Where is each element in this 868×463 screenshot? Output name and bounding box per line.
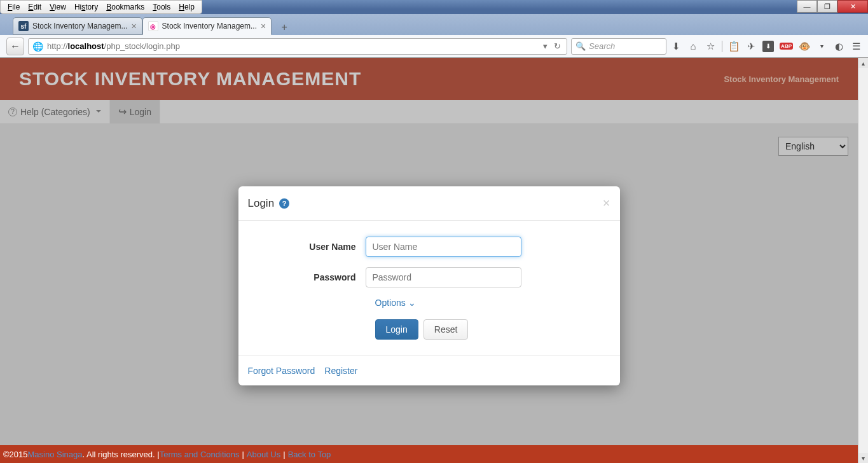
os-menubar: File Edit View History Bookmarks Tools H… <box>0 0 202 14</box>
menu-edit[interactable]: Edit <box>24 2 45 12</box>
help-badge-icon[interactable]: ? <box>279 198 289 209</box>
menu-help[interactable]: Help <box>175 2 198 12</box>
separator <box>722 41 722 52</box>
separator: | <box>283 450 285 459</box>
menu-file[interactable]: File <box>4 2 24 12</box>
search-icon: 🔍 <box>575 41 586 51</box>
login-button[interactable]: Login <box>375 319 418 340</box>
dropdown-icon[interactable]: ▾ <box>816 41 827 52</box>
site-footer: ©2015 Masino Sinaga . All rights reserve… <box>0 445 858 463</box>
register-link[interactable]: Register <box>324 366 357 376</box>
vertical-scrollbar[interactable]: ▴ ▾ <box>858 58 868 463</box>
scroll-down-icon[interactable]: ▾ <box>858 453 868 463</box>
modal-footer: Forgot Password Register <box>238 356 620 385</box>
chevron-down-icon: ⌄ <box>408 298 416 308</box>
window-close-button[interactable]: ✕ <box>837 0 868 13</box>
footer-terms-link[interactable]: Terms and Conditions <box>160 450 240 459</box>
hamburger-icon[interactable]: ☰ <box>850 41 862 52</box>
scroll-track[interactable] <box>858 68 868 453</box>
content-wrap: STOCK INVENTORY MANAGEMENT Stock Invento… <box>0 58 868 463</box>
form-row-username: User Name <box>248 237 610 257</box>
options-toggle[interactable]: Options ⌄ <box>375 298 416 308</box>
url-toolbar: ← 🌐 http://localhost/php_stock/login.php… <box>0 35 868 58</box>
footer-copyright: ©2015 <box>3 450 28 459</box>
reset-button[interactable]: Reset <box>424 319 469 340</box>
clipboard-icon[interactable]: 📋 <box>728 41 740 52</box>
modal-close-button[interactable]: × <box>603 196 610 211</box>
browser-chrome: sf Stock Inventory Managem... × ◎ Stock … <box>0 14 868 58</box>
send-icon[interactable]: ✈ <box>745 41 757 52</box>
footer-about-link[interactable]: About Us <box>247 450 280 459</box>
search-placeholder: Search <box>589 41 615 51</box>
modal-body: User Name Password Options ⌄ Login Reset <box>238 221 620 356</box>
password-input[interactable] <box>366 267 521 287</box>
abp-icon[interactable]: ABP <box>780 43 793 50</box>
window-maximize-button[interactable]: ❐ <box>817 0 837 13</box>
menu-bookmarks[interactable]: Bookmarks <box>102 2 148 12</box>
search-bar[interactable]: 🔍 Search <box>571 38 666 55</box>
bookmark-star-icon[interactable]: ☆ <box>705 41 716 52</box>
page: STOCK INVENTORY MANAGEMENT Stock Invento… <box>0 58 858 463</box>
footer-rights: . All rights reserved. | <box>83 450 160 459</box>
url-text: http://localhost/php_stock/login.php <box>47 41 539 51</box>
modal-title: Login <box>248 197 275 210</box>
separator: | <box>242 450 244 459</box>
download-box-icon[interactable]: ⬇ <box>762 41 774 52</box>
form-row-password: Password <box>248 267 610 287</box>
home-icon[interactable]: ⌂ <box>687 41 699 52</box>
footer-author-link[interactable]: Masino Sinaga <box>28 450 83 459</box>
favicon-app-icon: ◎ <box>148 21 158 31</box>
url-dropdown-icon[interactable]: ▾ <box>543 41 548 51</box>
browser-tab-0[interactable]: sf Stock Inventory Managem... × <box>13 17 142 35</box>
forgot-password-link[interactable]: Forgot Password <box>248 366 315 376</box>
username-input[interactable] <box>366 237 521 257</box>
globe-icon: 🌐 <box>32 41 43 52</box>
menu-view[interactable]: View <box>46 2 70 12</box>
circle-icon[interactable]: ◐ <box>833 41 844 52</box>
tab-close-icon[interactable]: × <box>131 21 136 31</box>
favicon-sf-icon: sf <box>18 21 29 31</box>
footer-back-to-top-link[interactable]: Back to Top <box>288 450 331 459</box>
login-modal: Login ? × User Name Password Options ⌄ <box>238 186 620 385</box>
toolbar-icons: ⬇ ⌂ ☆ 📋 ✈ ⬇ ABP 🐵 ▾ ◐ ☰ <box>670 41 862 52</box>
tab-label: Stock Inventory Managem... <box>162 22 257 31</box>
tab-close-icon[interactable]: × <box>261 21 266 31</box>
url-bar[interactable]: 🌐 http://localhost/php_stock/login.php ▾… <box>28 38 567 55</box>
browser-tab-1[interactable]: ◎ Stock Inventory Managem... × <box>142 17 272 35</box>
new-tab-button[interactable]: + <box>275 20 293 35</box>
tab-label: Stock Inventory Managem... <box>32 22 127 31</box>
menu-tools[interactable]: Tools <box>149 2 174 12</box>
viewport: STOCK INVENTORY MANAGEMENT Stock Invento… <box>0 58 858 463</box>
modal-header: Login ? × <box>238 186 620 221</box>
downloads-icon[interactable]: ⬇ <box>670 41 682 52</box>
tab-bar: sf Stock Inventory Managem... × ◎ Stock … <box>0 16 868 35</box>
scroll-up-icon[interactable]: ▴ <box>858 58 868 68</box>
greasemonkey-icon[interactable]: 🐵 <box>799 41 810 52</box>
reload-button[interactable]: ↻ <box>551 41 563 51</box>
username-label: User Name <box>248 242 366 252</box>
password-label: Password <box>248 272 366 282</box>
options-row: Options ⌄ <box>375 298 610 308</box>
button-row: Login Reset <box>375 319 610 340</box>
window-controls: — ❐ ✕ <box>797 0 868 13</box>
back-button[interactable]: ← <box>6 38 24 55</box>
menu-history[interactable]: History <box>71 2 102 12</box>
window-minimize-button[interactable]: — <box>797 0 817 13</box>
